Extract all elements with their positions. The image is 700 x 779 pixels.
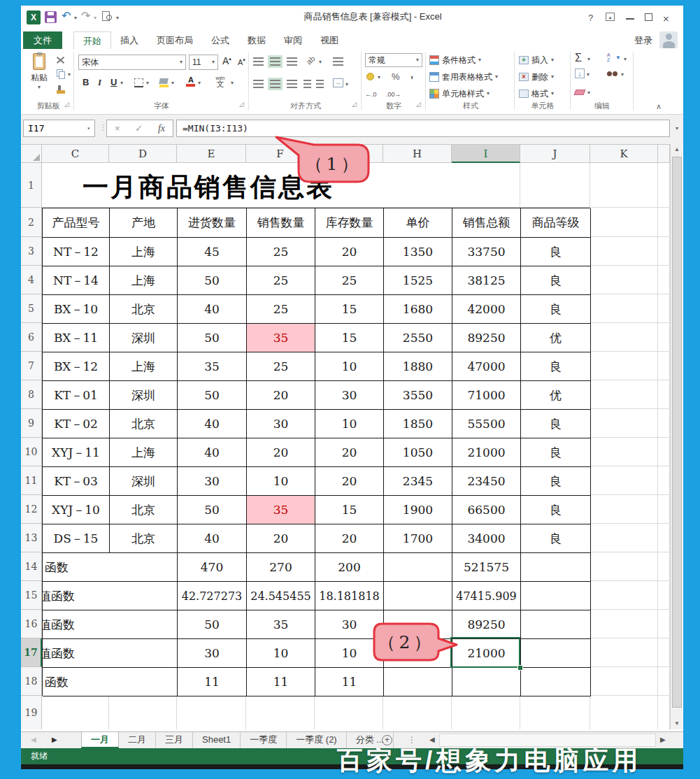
shrink-font-icon[interactable]: A▾ — [238, 57, 245, 66]
ribbon-tab-公式[interactable]: 公式 — [202, 31, 238, 49]
font-name-select[interactable]: 宋体▾ — [78, 55, 186, 70]
cell-E9[interactable]: 40 — [178, 410, 247, 438]
cell-K16[interactable] — [590, 610, 658, 638]
fill-down-icon[interactable]: ↓ — [575, 69, 585, 78]
cell-F19[interactable] — [246, 696, 315, 729]
cell-G14[interactable]: 200 — [315, 553, 384, 582]
cell-D11[interactable]: 深圳 — [110, 467, 178, 496]
cell-J6[interactable]: 优 — [521, 324, 591, 352]
increase-indent-icon[interactable] — [316, 80, 324, 88]
cell-L9[interactable] — [658, 409, 670, 438]
fill-color-dropdown-icon[interactable]: ▾ — [171, 80, 174, 87]
cell-G5[interactable]: 15 — [315, 295, 384, 324]
paste-button[interactable]: 粘贴 ▾ — [25, 52, 53, 99]
borders-icon[interactable] — [134, 78, 143, 87]
cell-D6[interactable]: 深圳 — [110, 324, 178, 352]
font-size-select[interactable]: 11▾ — [189, 55, 218, 70]
hscroll-left-icon[interactable]: ◀ — [429, 736, 435, 743]
row-header-19[interactable]: 19 — [21, 696, 42, 729]
cell-C2[interactable]: 产品型号 — [43, 208, 110, 238]
cell-H1[interactable] — [383, 163, 452, 208]
cell-C15[interactable]: 值函数 — [43, 582, 178, 610]
number-dialog-launcher-icon[interactable]: ◿ — [416, 101, 421, 108]
percent-style-icon[interactable]: % — [392, 71, 400, 82]
cell-F8[interactable]: 20 — [247, 381, 315, 410]
row-header-2[interactable]: 2 — [21, 208, 42, 237]
insert-cells-button[interactable]: + 插入▾ — [519, 53, 554, 67]
cell-H13[interactable]: 1700 — [384, 524, 452, 553]
row-header-8[interactable]: 8 — [21, 380, 42, 409]
cell-L5[interactable] — [658, 294, 670, 323]
cell-F13[interactable]: 20 — [247, 524, 315, 553]
clipboard-dialog-launcher-icon[interactable]: ◿ — [64, 101, 69, 108]
cell-J9[interactable]: 良 — [521, 410, 591, 438]
cell-D5[interactable]: 北京 — [110, 295, 178, 324]
wrap-text-icon[interactable] — [333, 57, 343, 66]
column-header-partial[interactable] — [658, 145, 670, 163]
italic-icon[interactable]: I — [98, 77, 101, 88]
align-bottom-icon[interactable] — [287, 57, 297, 66]
cell-E19[interactable] — [177, 696, 246, 729]
copy-icon[interactable] — [56, 69, 67, 80]
cell-I13[interactable]: 34000 — [452, 524, 521, 553]
collapse-ribbon-icon[interactable]: ∧ — [656, 102, 662, 111]
cell-I10[interactable]: 21000 — [452, 438, 521, 467]
ribbon-tab-插入[interactable]: 插入 — [111, 31, 148, 49]
cell-E5[interactable]: 40 — [178, 295, 247, 324]
cell-E3[interactable]: 45 — [178, 238, 247, 266]
underline-icon[interactable]: U — [110, 77, 117, 87]
sheet-tab-Sheet1[interactable]: Sheet1 — [193, 732, 241, 748]
cell-I15[interactable]: 47415.909 — [452, 582, 521, 610]
cell-F18[interactable]: 11 — [247, 668, 315, 696]
column-header-C[interactable]: C — [42, 145, 109, 163]
cell-J8[interactable]: 优 — [521, 381, 591, 410]
cell-H12[interactable]: 1900 — [384, 496, 452, 524]
align-left-icon[interactable] — [253, 80, 264, 88]
select-all-corner[interactable] — [21, 145, 42, 163]
cell-K11[interactable] — [590, 466, 658, 495]
cell-E7[interactable]: 35 — [178, 352, 247, 381]
sheet-tab-三月[interactable]: 三月 — [156, 732, 193, 748]
cell-G19[interactable] — [315, 696, 383, 729]
cell-D9[interactable]: 北京 — [110, 410, 178, 438]
grow-font-icon[interactable]: A▴ — [222, 55, 231, 66]
cell-G8[interactable]: 30 — [315, 381, 384, 410]
cell-J14[interactable] — [521, 553, 591, 582]
ribbon-tab-数据[interactable]: 数据 — [238, 31, 275, 49]
underline-dropdown-icon[interactable]: ▾ — [120, 80, 123, 87]
cell-I14[interactable]: 521575 — [452, 553, 521, 582]
cell-J13[interactable]: 良 — [521, 524, 591, 553]
cell-D2[interactable]: 产地 — [110, 208, 178, 238]
sheet-tab-二月[interactable]: 二月 — [119, 732, 156, 748]
delete-cells-button[interactable]: × 删除▾ — [519, 70, 554, 84]
cell-I9[interactable]: 55500 — [452, 410, 521, 438]
cell-F9[interactable]: 30 — [247, 410, 315, 438]
cell-K1[interactable] — [590, 163, 658, 208]
accounting-dropdown-icon[interactable]: ▾ — [378, 74, 380, 81]
row-header-10[interactable]: 10 — [21, 438, 42, 466]
cell-C16[interactable]: 值函数 — [43, 610, 178, 639]
cell-L2[interactable] — [658, 208, 670, 237]
cell-F15[interactable]: 24.545455 — [247, 582, 315, 610]
row-header-14[interactable]: 14 — [21, 552, 42, 581]
row-header-15[interactable]: 15 — [21, 581, 42, 610]
avatar[interactable] — [659, 31, 678, 48]
cell-I11[interactable]: 23450 — [452, 467, 521, 496]
column-header-H[interactable]: H — [383, 145, 452, 163]
cell-G4[interactable]: 25 — [315, 266, 384, 295]
cell-J16[interactable] — [521, 610, 591, 639]
cell-H10[interactable]: 1050 — [384, 438, 452, 467]
row-header-11[interactable]: 11 — [21, 466, 42, 495]
cancel-formula-icon[interactable]: × — [115, 123, 120, 134]
row-header-18[interactable]: 18 — [21, 667, 42, 696]
row-header-17[interactable]: 17 — [21, 638, 42, 667]
formula-input[interactable]: =MIN(I3:I13) — [176, 120, 670, 137]
cell-K4[interactable] — [590, 266, 658, 294]
prev-sheet-icon[interactable]: ◀ — [31, 736, 36, 743]
cell-J18[interactable] — [521, 668, 591, 696]
cell-D8[interactable]: 深圳 — [110, 381, 178, 410]
column-header-J[interactable]: J — [520, 145, 590, 163]
row-header-4[interactable]: 4 — [21, 266, 42, 294]
increase-decimal-icon[interactable]: ←.0 — [365, 91, 377, 98]
cell-I6[interactable]: 89250 — [452, 324, 521, 352]
